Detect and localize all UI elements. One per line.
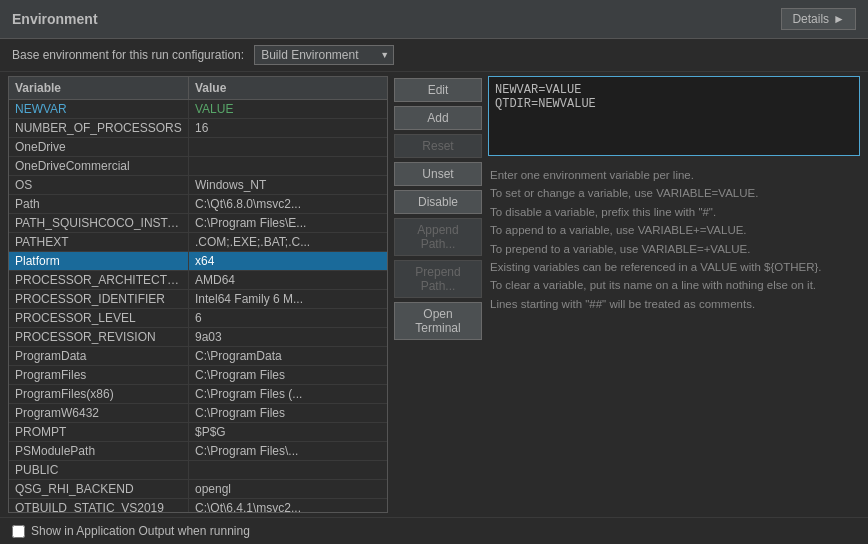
- base-env-row: Base environment for this run configurat…: [0, 39, 868, 72]
- value-cell: 16: [189, 119, 387, 137]
- table-row[interactable]: PSModulePathC:\Program Files\...: [9, 442, 387, 461]
- value-cell: C:\Program Files: [189, 366, 387, 384]
- table-row[interactable]: NEWVARVALUE: [9, 100, 387, 119]
- help-line: To set or change a variable, use VARIABL…: [490, 184, 858, 202]
- reset-button[interactable]: Reset: [394, 134, 482, 158]
- table-header: Variable Value: [9, 77, 387, 100]
- value-cell: VALUE: [189, 100, 387, 118]
- variable-cell: NEWVAR: [9, 100, 189, 118]
- right-panel: Enter one environment variable per line.…: [488, 76, 860, 513]
- table-row[interactable]: PROCESSOR_REVISION9a03: [9, 328, 387, 347]
- variable-cell: Path: [9, 195, 189, 213]
- show-output-checkbox[interactable]: [12, 525, 25, 538]
- value-cell: C:\Program Files (...: [189, 385, 387, 403]
- base-env-label: Base environment for this run configurat…: [12, 48, 244, 62]
- variable-cell: PATH_SQUISHCOCO_INSTALLER: [9, 214, 189, 232]
- table-row[interactable]: PATHEXT.COM;.EXE;.BAT;.C...: [9, 233, 387, 252]
- value-cell: C:\Program Files\...: [189, 442, 387, 460]
- value-cell: Intel64 Family 6 M...: [189, 290, 387, 308]
- value-cell: C:\Program Files: [189, 404, 387, 422]
- table-row[interactable]: PROMPT$P$G: [9, 423, 387, 442]
- disable-button[interactable]: Disable: [394, 190, 482, 214]
- unset-button[interactable]: Unset: [394, 162, 482, 186]
- open-terminal-button[interactable]: Open Terminal: [394, 302, 482, 340]
- col-variable-header: Variable: [9, 77, 189, 99]
- table-panel: Variable Value NEWVARVALUENUMBER_OF_PROC…: [8, 76, 388, 513]
- value-cell: .COM;.EXE;.BAT;.C...: [189, 233, 387, 251]
- buttons-panel: Edit Add Reset Unset Disable Append Path…: [394, 76, 482, 513]
- variable-cell: QSG_RHI_BACKEND: [9, 480, 189, 498]
- table-row[interactable]: PROCESSOR_ARCHITECTUREAMD64: [9, 271, 387, 290]
- table-row[interactable]: PATH_SQUISHCOCO_INSTALLERC:\Program File…: [9, 214, 387, 233]
- table-row[interactable]: PathC:\Qt\6.8.0\msvc2...: [9, 195, 387, 214]
- table-row[interactable]: ProgramFilesC:\Program Files: [9, 366, 387, 385]
- details-button[interactable]: Details ►: [781, 8, 856, 30]
- env-text-editor[interactable]: [488, 76, 860, 156]
- value-cell: opengl: [189, 480, 387, 498]
- value-cell: 9a03: [189, 328, 387, 346]
- help-line: To append to a variable, use VARIABLE+=V…: [490, 221, 858, 239]
- prepend-path-button[interactable]: Prepend Path...: [394, 260, 482, 298]
- help-line: To prepend to a variable, use VARIABLE=+…: [490, 240, 858, 258]
- table-row[interactable]: OneDrive: [9, 138, 387, 157]
- base-env-select-wrapper[interactable]: Build Environment: [254, 45, 394, 65]
- variable-cell: PROCESSOR_LEVEL: [9, 309, 189, 327]
- table-row[interactable]: PROCESSOR_IDENTIFIERIntel64 Family 6 M..…: [9, 290, 387, 309]
- value-cell: C:\ProgramData: [189, 347, 387, 365]
- main-container: Environment Details ► Base environment f…: [0, 0, 868, 544]
- variable-cell: PROCESSOR_IDENTIFIER: [9, 290, 189, 308]
- add-button[interactable]: Add: [394, 106, 482, 130]
- variable-cell: PUBLIC: [9, 461, 189, 479]
- value-cell: [189, 157, 387, 175]
- table-row[interactable]: QTBUILD_STATIC_VS2019C:\Qt\6.4.1\msvc2..…: [9, 499, 387, 512]
- value-cell: $P$G: [189, 423, 387, 441]
- show-output-checkbox-label[interactable]: Show in Application Output when running: [12, 524, 250, 538]
- value-cell: Windows_NT: [189, 176, 387, 194]
- base-env-select[interactable]: Build Environment: [254, 45, 394, 65]
- table-body[interactable]: NEWVARVALUENUMBER_OF_PROCESSORS16OneDriv…: [9, 100, 387, 512]
- help-line: Lines starting with "##" will be treated…: [490, 295, 858, 313]
- variable-cell: ProgramFiles(x86): [9, 385, 189, 403]
- table-row[interactable]: PROCESSOR_LEVEL6: [9, 309, 387, 328]
- table-row[interactable]: ProgramFiles(x86)C:\Program Files (...: [9, 385, 387, 404]
- table-row[interactable]: NUMBER_OF_PROCESSORS16: [9, 119, 387, 138]
- variable-cell: ProgramW6432: [9, 404, 189, 422]
- variable-cell: ProgramFiles: [9, 366, 189, 384]
- bottom-bar: Show in Application Output when running: [0, 517, 868, 544]
- help-line: To clear a variable, put its name on a l…: [490, 276, 858, 294]
- variable-cell: PSModulePath: [9, 442, 189, 460]
- show-output-label: Show in Application Output when running: [31, 524, 250, 538]
- content-area: Variable Value NEWVARVALUENUMBER_OF_PROC…: [0, 72, 868, 517]
- value-cell: C:\Qt\6.8.0\msvc2...: [189, 195, 387, 213]
- page-title: Environment: [12, 11, 98, 27]
- chevron-right-icon: ►: [833, 12, 845, 26]
- variable-cell: Platform: [9, 252, 189, 270]
- edit-button[interactable]: Edit: [394, 78, 482, 102]
- value-cell: 6: [189, 309, 387, 327]
- value-cell: [189, 138, 387, 156]
- variable-cell: PROCESSOR_REVISION: [9, 328, 189, 346]
- append-path-button[interactable]: Append Path...: [394, 218, 482, 256]
- value-cell: C:\Program Files\E...: [189, 214, 387, 232]
- variable-cell: QTBUILD_STATIC_VS2019: [9, 499, 189, 512]
- table-row[interactable]: ProgramW6432C:\Program Files: [9, 404, 387, 423]
- table-row[interactable]: PUBLIC: [9, 461, 387, 480]
- col-value-header: Value: [189, 77, 387, 99]
- value-cell: AMD64: [189, 271, 387, 289]
- help-line: Existing variables can be referenced in …: [490, 258, 858, 276]
- value-cell: [189, 461, 387, 479]
- variable-cell: OS: [9, 176, 189, 194]
- table-row[interactable]: OSWindows_NT: [9, 176, 387, 195]
- value-cell: x64: [189, 252, 387, 270]
- variable-cell: PROMPT: [9, 423, 189, 441]
- variable-cell: NUMBER_OF_PROCESSORS: [9, 119, 189, 137]
- variable-cell: OneDrive: [9, 138, 189, 156]
- variable-cell: ProgramData: [9, 347, 189, 365]
- help-text-panel: Enter one environment variable per line.…: [488, 162, 860, 513]
- help-line: Enter one environment variable per line.: [490, 166, 858, 184]
- variable-cell: PATHEXT: [9, 233, 189, 251]
- table-row[interactable]: QSG_RHI_BACKENDopengl: [9, 480, 387, 499]
- table-row[interactable]: ProgramDataC:\ProgramData: [9, 347, 387, 366]
- table-row[interactable]: Platformx64: [9, 252, 387, 271]
- table-row[interactable]: OneDriveCommercial: [9, 157, 387, 176]
